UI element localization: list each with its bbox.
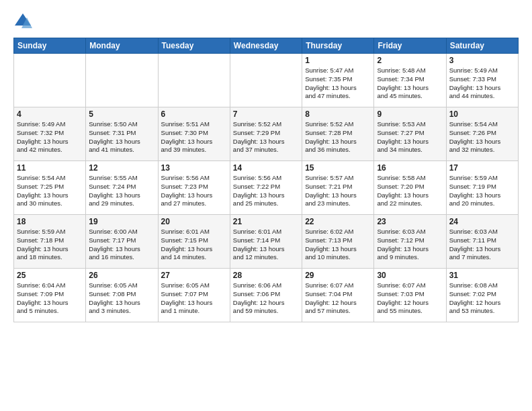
day-number: 20 <box>161 217 227 226</box>
calendar-cell: 14Sunrise: 5:56 AM Sunset: 7:22 PM Dayli… <box>230 161 302 215</box>
calendar-cell: 29Sunrise: 6:07 AM Sunset: 7:04 PM Dayli… <box>302 269 374 322</box>
calendar-row-3: 18Sunrise: 5:59 AM Sunset: 7:18 PM Dayli… <box>14 215 519 269</box>
calendar-cell: 16Sunrise: 5:58 AM Sunset: 7:20 PM Dayli… <box>374 161 446 215</box>
weekday-header-wednesday: Wednesday <box>230 38 302 54</box>
day-number: 31 <box>449 271 515 280</box>
day-number: 25 <box>17 271 83 280</box>
day-info: Sunrise: 6:02 AM Sunset: 7:13 PM Dayligh… <box>305 228 371 262</box>
day-number: 30 <box>377 271 443 280</box>
calendar-cell: 21Sunrise: 6:01 AM Sunset: 7:14 PM Dayli… <box>230 215 302 269</box>
page: SundayMondayTuesdayWednesdayThursdayFrid… <box>0 0 532 411</box>
calendar-cell: 13Sunrise: 5:56 AM Sunset: 7:23 PM Dayli… <box>158 161 230 215</box>
calendar-cell: 5Sunrise: 5:50 AM Sunset: 7:31 PM Daylig… <box>86 107 158 161</box>
weekday-header-monday: Monday <box>86 38 158 54</box>
day-number: 7 <box>233 109 299 119</box>
calendar-cell: 18Sunrise: 5:59 AM Sunset: 7:18 PM Dayli… <box>14 215 86 269</box>
calendar-row-0: 1Sunrise: 5:47 AM Sunset: 7:35 PM Daylig… <box>14 54 519 107</box>
calendar-cell: 15Sunrise: 5:57 AM Sunset: 7:21 PM Dayli… <box>302 161 374 215</box>
calendar-cell: 11Sunrise: 5:54 AM Sunset: 7:25 PM Dayli… <box>14 161 86 215</box>
day-info: Sunrise: 5:52 AM Sunset: 7:29 PM Dayligh… <box>233 120 299 154</box>
day-number: 6 <box>161 109 227 119</box>
day-number: 28 <box>233 271 299 280</box>
calendar-cell: 10Sunrise: 5:54 AM Sunset: 7:26 PM Dayli… <box>446 107 518 161</box>
day-number: 26 <box>89 271 154 280</box>
day-info: Sunrise: 5:59 AM Sunset: 7:19 PM Dayligh… <box>449 174 515 208</box>
calendar-cell: 9Sunrise: 5:53 AM Sunset: 7:27 PM Daylig… <box>374 107 446 161</box>
day-info: Sunrise: 6:00 AM Sunset: 7:17 PM Dayligh… <box>89 228 154 262</box>
day-number: 12 <box>89 163 154 173</box>
calendar-cell: 7Sunrise: 5:52 AM Sunset: 7:29 PM Daylig… <box>230 107 302 161</box>
day-info: Sunrise: 6:05 AM Sunset: 7:08 PM Dayligh… <box>89 281 154 316</box>
day-info: Sunrise: 5:57 AM Sunset: 7:21 PM Dayligh… <box>305 174 371 208</box>
calendar-cell: 19Sunrise: 6:00 AM Sunset: 7:17 PM Dayli… <box>86 215 158 269</box>
calendar-cell: 28Sunrise: 6:06 AM Sunset: 7:06 PM Dayli… <box>230 269 302 322</box>
day-number: 29 <box>305 271 371 280</box>
calendar-cell <box>86 54 158 107</box>
calendar-table: SundayMondayTuesdayWednesdayThursdayFrid… <box>13 38 519 322</box>
day-number: 18 <box>17 217 83 226</box>
calendar-cell: 3Sunrise: 5:49 AM Sunset: 7:33 PM Daylig… <box>446 54 518 107</box>
day-info: Sunrise: 6:07 AM Sunset: 7:03 PM Dayligh… <box>377 281 443 316</box>
calendar-cell: 30Sunrise: 6:07 AM Sunset: 7:03 PM Dayli… <box>374 269 446 322</box>
day-number: 9 <box>377 109 443 119</box>
calendar-cell <box>230 54 302 107</box>
day-number: 4 <box>17 109 83 119</box>
day-number: 24 <box>449 217 515 226</box>
calendar-row-2: 11Sunrise: 5:54 AM Sunset: 7:25 PM Dayli… <box>14 161 519 215</box>
calendar-cell: 22Sunrise: 6:02 AM Sunset: 7:13 PM Dayli… <box>302 215 374 269</box>
calendar-cell: 31Sunrise: 6:08 AM Sunset: 7:02 PM Dayli… <box>446 269 518 322</box>
weekday-header-thursday: Thursday <box>302 38 374 54</box>
calendar-cell: 20Sunrise: 6:01 AM Sunset: 7:15 PM Dayli… <box>158 215 230 269</box>
day-number: 27 <box>161 271 227 280</box>
day-info: Sunrise: 6:07 AM Sunset: 7:04 PM Dayligh… <box>305 281 371 316</box>
weekday-header-sunday: Sunday <box>14 38 86 54</box>
day-number: 1 <box>305 56 371 65</box>
day-info: Sunrise: 5:50 AM Sunset: 7:31 PM Dayligh… <box>89 120 154 154</box>
day-info: Sunrise: 5:58 AM Sunset: 7:20 PM Dayligh… <box>377 174 443 208</box>
day-info: Sunrise: 5:59 AM Sunset: 7:18 PM Dayligh… <box>17 228 83 262</box>
logo-icon <box>13 12 32 31</box>
day-number: 14 <box>233 163 299 173</box>
calendar-cell <box>158 54 230 107</box>
day-number: 15 <box>305 163 371 173</box>
day-info: Sunrise: 6:03 AM Sunset: 7:12 PM Dayligh… <box>377 228 443 262</box>
day-number: 23 <box>377 217 443 226</box>
day-number: 13 <box>161 163 227 173</box>
calendar-cell: 6Sunrise: 5:51 AM Sunset: 7:30 PM Daylig… <box>158 107 230 161</box>
calendar-cell: 4Sunrise: 5:49 AM Sunset: 7:32 PM Daylig… <box>14 107 86 161</box>
calendar-cell: 2Sunrise: 5:48 AM Sunset: 7:34 PM Daylig… <box>374 54 446 107</box>
day-info: Sunrise: 5:48 AM Sunset: 7:34 PM Dayligh… <box>377 66 443 101</box>
day-info: Sunrise: 5:56 AM Sunset: 7:23 PM Dayligh… <box>161 174 227 208</box>
calendar-cell <box>14 54 86 107</box>
day-number: 21 <box>233 217 299 226</box>
calendar-row-1: 4Sunrise: 5:49 AM Sunset: 7:32 PM Daylig… <box>14 107 519 161</box>
calendar-cell: 1Sunrise: 5:47 AM Sunset: 7:35 PM Daylig… <box>302 54 374 107</box>
calendar-cell: 17Sunrise: 5:59 AM Sunset: 7:19 PM Dayli… <box>446 161 518 215</box>
day-number: 5 <box>89 109 154 119</box>
day-number: 19 <box>89 217 154 226</box>
day-info: Sunrise: 6:08 AM Sunset: 7:02 PM Dayligh… <box>449 281 515 316</box>
day-info: Sunrise: 5:56 AM Sunset: 7:22 PM Dayligh… <box>233 174 299 208</box>
calendar-cell: 8Sunrise: 5:52 AM Sunset: 7:28 PM Daylig… <box>302 107 374 161</box>
day-number: 2 <box>377 56 443 65</box>
calendar-cell: 24Sunrise: 6:03 AM Sunset: 7:11 PM Dayli… <box>446 215 518 269</box>
day-info: Sunrise: 5:51 AM Sunset: 7:30 PM Dayligh… <box>161 120 227 154</box>
day-number: 3 <box>449 56 515 65</box>
day-number: 11 <box>17 163 83 173</box>
day-number: 16 <box>377 163 443 173</box>
day-info: Sunrise: 6:04 AM Sunset: 7:09 PM Dayligh… <box>17 281 83 316</box>
calendar-cell: 12Sunrise: 5:55 AM Sunset: 7:24 PM Dayli… <box>86 161 158 215</box>
day-info: Sunrise: 5:55 AM Sunset: 7:24 PM Dayligh… <box>89 174 154 208</box>
logo <box>13 12 34 31</box>
calendar-row-4: 25Sunrise: 6:04 AM Sunset: 7:09 PM Dayli… <box>14 269 519 322</box>
header <box>13 12 519 31</box>
weekday-header-saturday: Saturday <box>446 38 518 54</box>
day-info: Sunrise: 5:47 AM Sunset: 7:35 PM Dayligh… <box>305 66 371 101</box>
weekday-header-friday: Friday <box>374 38 446 54</box>
day-info: Sunrise: 6:01 AM Sunset: 7:15 PM Dayligh… <box>161 228 227 262</box>
day-info: Sunrise: 5:53 AM Sunset: 7:27 PM Dayligh… <box>377 120 443 154</box>
calendar-cell: 25Sunrise: 6:04 AM Sunset: 7:09 PM Dayli… <box>14 269 86 322</box>
calendar-cell: 26Sunrise: 6:05 AM Sunset: 7:08 PM Dayli… <box>86 269 158 322</box>
calendar-cell: 23Sunrise: 6:03 AM Sunset: 7:12 PM Dayli… <box>374 215 446 269</box>
weekday-header-tuesday: Tuesday <box>158 38 230 54</box>
